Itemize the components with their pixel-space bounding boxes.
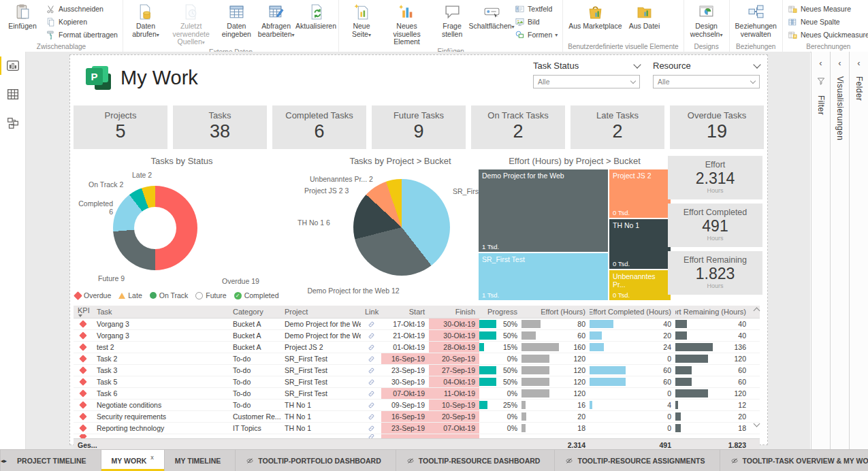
table-row[interactable]: test 2 Bucket A Project JS 2 01-Okt-19 2… <box>74 342 760 353</box>
link-icon[interactable] <box>368 355 375 363</box>
expand-chevron-icon[interactable] <box>819 60 822 67</box>
column-header[interactable]: Project <box>280 306 361 318</box>
tab-close-button[interactable]: x <box>150 454 154 461</box>
kpi-card[interactable]: Tasks 38 <box>173 105 267 149</box>
page-tab[interactable]: TOOLTIP-PORTFOLIO DASHBOARD <box>236 450 396 471</box>
ribbon-button[interactable]: Neue Seite▾ <box>342 1 381 39</box>
ribbon-button[interactable]: Abfragen bearbeiten▾ <box>257 1 295 39</box>
kpi-card[interactable]: Completed Tasks 6 <box>272 105 366 149</box>
table-scroll-up-button[interactable] <box>752 308 760 313</box>
page-tab[interactable]: PROJECT TIMELINE <box>7 450 101 471</box>
table-row[interactable]: Reporting technology IT Topics TH No 1 2… <box>74 423 760 434</box>
slicer-header[interactable]: Resource <box>653 58 760 73</box>
kpi-card[interactable]: Effort Remaining 1.823 Hours <box>668 251 762 295</box>
treemap-node[interactable]: Unbenanntes Pr...0 Tsd. <box>609 270 671 300</box>
link-icon[interactable] <box>368 332 375 340</box>
legend-item[interactable]: On Track <box>150 291 189 299</box>
column-header[interactable]: KPI <box>74 306 93 318</box>
ribbon-button[interactable]: Aus Marketplace▾ <box>566 1 624 31</box>
link-icon[interactable] <box>368 378 375 386</box>
ribbon-button[interactable]: Neues Quickmeasure <box>786 29 868 41</box>
link-icon[interactable] <box>368 413 375 421</box>
link-icon[interactable] <box>368 402 375 409</box>
column-header[interactable]: Link <box>361 306 381 318</box>
link-icon[interactable] <box>368 390 375 397</box>
view-switcher-item[interactable] <box>5 87 20 102</box>
ribbon-button[interactable]: Aktualisieren▾ <box>297 1 335 31</box>
legend-item[interactable]: Completed <box>234 291 279 299</box>
expand-chevron-icon[interactable] <box>857 60 860 67</box>
kpi-card[interactable]: On Track Tasks 2 <box>471 105 565 149</box>
kpi-card[interactable]: Late Tasks 2 <box>570 105 664 149</box>
column-header[interactable]: Finish <box>429 306 479 318</box>
table-row[interactable]: Task 6 To-do SR_First Test 07-Okt-19 11-… <box>74 388 760 400</box>
ribbon-button[interactable]: Formen▾ <box>513 29 559 41</box>
column-header[interactable]: Start <box>381 306 429 318</box>
pie-plot[interactable] <box>353 179 450 276</box>
treemap-node[interactable]: SR_First Test1 Tsd. <box>479 253 608 300</box>
table-row[interactable]: Vorgang 3 Bucket A Demo Project for the … <box>74 330 760 342</box>
ribbon-button[interactable]: Zuletzt verwendete Quellen▾ <box>166 1 216 47</box>
treemap-node[interactable]: Project JS 20 Tsd. <box>609 169 671 218</box>
table-row[interactable]: Negotiate conditions To-do TH No 1 09-Se… <box>74 400 760 411</box>
link-icon[interactable] <box>368 321 375 328</box>
page-tab[interactable]: TOOLTIP-TASK OVERVIEW & MY WORK <box>720 450 868 471</box>
column-header[interactable]: Task <box>93 306 229 318</box>
kpi-card[interactable]: Effort 2.314 Hours <box>668 156 762 199</box>
ribbon-button[interactable]: Aus Datei▾ <box>625 1 663 31</box>
column-header[interactable]: Effort (Hours) <box>521 306 590 318</box>
kpi-card[interactable]: Effort Completed 491 Hours <box>668 204 762 247</box>
ribbon-button[interactable]: Kopieren▾ <box>44 16 119 28</box>
column-header[interactable]: Effort Completed (Hours) <box>590 306 675 318</box>
slicer-header[interactable]: Task Status <box>533 58 640 73</box>
column-header[interactable]: Category <box>229 306 280 318</box>
donut-chart-tasks-by-status[interactable]: Tasks by Status Overdue 19 Future 9 Comp… <box>74 155 290 302</box>
link-icon[interactable] <box>368 425 375 432</box>
column-header[interactable]: Progress <box>479 306 521 318</box>
donut-ring[interactable] <box>113 186 197 270</box>
ribbon-button[interactable]: Frage stellen▾ <box>433 1 471 38</box>
table-row[interactable]: Vorgang 3 Bucket A Demo Project for the … <box>74 319 760 330</box>
kpi-card[interactable]: Projects 5 <box>74 105 167 149</box>
collapsed-panel[interactable]: Felder <box>849 52 868 449</box>
ribbon-button[interactable]: Einfügen▾ <box>3 1 42 31</box>
page-tab[interactable]: MY TIMELINE <box>165 450 236 471</box>
ribbon-button[interactable]: Daten abrufen▾ <box>127 1 165 39</box>
ribbon-button[interactable]: Textfeld▾ <box>513 3 559 15</box>
column-header[interactable]: Effort Remaining (Hours) <box>675 306 750 318</box>
expand-chevron-icon[interactable] <box>838 60 841 67</box>
table-row[interactable]: Task 5 To-do SR_First Test 30-Sep-19 04-… <box>74 376 760 388</box>
legend-item[interactable]: Late <box>118 291 142 299</box>
page-tab[interactable]: TOOLTIP-RESOURCE ASSIGNMENTS <box>555 450 720 471</box>
table-row[interactable]: Security requirements Customer Re... TH … <box>74 411 760 423</box>
ribbon-button[interactable]: Schaltflächen▾ <box>472 1 511 31</box>
ribbon-button[interactable]: Beziehungen verwalten▾ <box>733 1 779 38</box>
table-row-clipped[interactable] <box>74 434 760 438</box>
page-tab[interactable]: MY WORK x <box>101 450 165 471</box>
view-switcher-item[interactable] <box>5 59 20 74</box>
pie-chart-tasks-by-project[interactable]: Tasks by Project > Bucket SR_First Test … <box>295 155 506 302</box>
collapsed-panel[interactable]: Visualisierungen <box>830 52 849 449</box>
page-tab[interactable]: TOOLTIP-RESOURCE DASHBOARD <box>396 450 556 471</box>
treemap-node[interactable]: Demo Project for the Web1 Tsd. <box>479 169 608 252</box>
slicer-dropdown[interactable]: Alle <box>653 75 760 88</box>
treemap-node[interactable]: TH No 10 Tsd. <box>609 219 671 269</box>
treemap-effort-by-project[interactable]: Effort (Hours) by Project > Bucket Demo … <box>479 155 671 302</box>
ribbon-button[interactable]: Bild▾ <box>513 16 559 28</box>
legend-item[interactable]: Overdue <box>75 291 111 299</box>
view-switcher-item[interactable] <box>5 116 20 131</box>
ribbon-button[interactable]: Design wechseln▾ <box>688 1 726 39</box>
table-row[interactable]: Task 3 To-do SR_First Test 23-Sep-19 27-… <box>74 365 760 376</box>
ribbon-button[interactable]: Neues visuelles Element▾ <box>382 1 432 46</box>
table-row[interactable]: Task 2 To-do SR_First Test 16-Sep-19 20-… <box>74 353 760 365</box>
ribbon-button[interactable]: Format übertragen▾ <box>44 29 119 41</box>
table-scroll-down-button[interactable] <box>752 421 760 426</box>
kpi-card[interactable]: Future Tasks 9 <box>372 105 466 149</box>
link-icon[interactable] <box>368 367 375 374</box>
ribbon-button[interactable]: Neue Spalte <box>786 16 868 28</box>
kpi-card[interactable]: Overdue Tasks 19 <box>670 105 764 149</box>
ribbon-button[interactable]: Daten eingeben▾ <box>217 1 255 38</box>
slicer-dropdown[interactable]: Alle <box>533 75 640 88</box>
link-icon[interactable] <box>368 344 375 351</box>
ribbon-button[interactable]: Ausschneiden▾ <box>44 3 119 15</box>
